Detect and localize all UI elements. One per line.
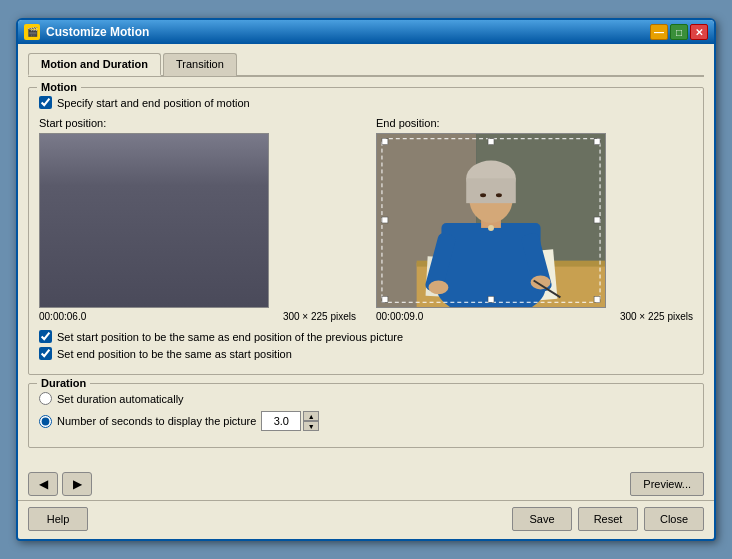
svg-rect-42 [466,178,516,203]
set-end-same-row: Set end position to be the same as start… [39,347,693,360]
svg-rect-55 [382,217,388,223]
end-position-image [376,133,606,308]
auto-duration-label: Set duration automatically [57,393,184,405]
reset-button[interactable]: Reset [578,507,638,531]
maximize-button[interactable]: □ [670,24,688,40]
tab-transition[interactable]: Transition [163,53,237,76]
spinner-up-button[interactable]: ▲ [303,411,319,421]
tab-motion-duration[interactable]: Motion and Duration [28,53,161,76]
set-start-same-checkbox[interactable] [39,330,52,343]
svg-point-46 [531,276,551,290]
title-controls: — □ ✕ [650,24,708,40]
start-image-meta: 00:00:06.0 300 × 225 pixels [39,311,356,322]
end-time: 00:00:09.0 [376,311,423,322]
tab-bar: Motion and Duration Transition [28,52,704,77]
svg-rect-59 [594,296,600,302]
start-position-image [39,133,269,308]
set-end-same-checkbox[interactable] [39,347,52,360]
window-icon: 🎬 [24,24,40,40]
auto-duration-radio[interactable] [39,392,52,405]
manual-duration-radio[interactable] [39,415,52,428]
extra-checkboxes: Set start position to be the same as end… [39,330,693,360]
motion-section: Motion Specify start and end position of… [28,87,704,375]
close-button[interactable]: Close [644,507,704,531]
end-position-block: End position: [376,117,693,322]
positions-row: Start position: [39,117,693,322]
svg-point-49 [480,193,486,197]
start-position-label: Start position: [39,117,356,129]
window-body: Motion and Duration Transition Motion Sp… [18,44,714,466]
set-end-same-label: Set end position to be the same as start… [57,348,292,360]
svg-point-50 [496,193,502,197]
spinner-down-button[interactable]: ▼ [303,421,319,431]
prev-button[interactable]: ◀ [28,472,58,496]
set-start-same-label: Set start position to be the same as end… [57,331,403,343]
save-button[interactable]: Save [512,507,572,531]
nav-buttons: ◀ ▶ [28,472,92,496]
start-position-block: Start position: [39,117,356,322]
title-bar: 🎬 Customize Motion — □ ✕ [18,20,714,44]
end-photo [377,134,605,307]
seconds-input[interactable] [261,411,301,431]
seconds-spinner: ▲ ▼ [261,411,319,431]
next-button[interactable]: ▶ [62,472,92,496]
duration-section: Duration Set duration automatically Numb… [28,383,704,448]
manual-duration-label: Number of seconds to display the picture [57,415,256,427]
window-close-button[interactable]: ✕ [690,24,708,40]
start-time: 00:00:06.0 [39,311,86,322]
preview-button-area: Preview... [630,472,704,496]
spinner-buttons: ▲ ▼ [303,411,319,431]
svg-point-48 [488,225,494,231]
specify-motion-checkbox[interactable] [39,96,52,109]
end-image-meta: 00:00:09.0 300 × 225 pixels [376,311,693,322]
bottom-right-buttons: Save Reset Close [512,507,704,531]
end-photo-svg [377,134,605,307]
svg-rect-54 [594,139,600,145]
preview-button[interactable]: Preview... [630,472,704,496]
specify-motion-row: Specify start and end position of motion [39,96,693,109]
duration-section-title: Duration [37,377,90,389]
svg-rect-53 [488,139,494,145]
svg-rect-57 [382,296,388,302]
minimize-button[interactable]: — [650,24,668,40]
bottom-bar: Help Save Reset Close [18,500,714,539]
footer-nav-row: ◀ ▶ Preview... [18,466,714,500]
window-title: Customize Motion [46,25,149,39]
svg-rect-58 [488,296,494,302]
start-photo [40,134,268,307]
start-pixels: 300 × 225 pixels [283,311,356,322]
motion-section-title: Motion [37,81,81,93]
manual-duration-row: Number of seconds to display the picture… [39,411,693,431]
svg-point-45 [429,280,449,294]
end-position-label: End position: [376,117,693,129]
svg-rect-56 [594,217,600,223]
help-button[interactable]: Help [28,507,88,531]
auto-duration-row: Set duration automatically [39,392,693,405]
main-window: 🎬 Customize Motion — □ ✕ Motion and Dura… [16,18,716,541]
set-start-same-row: Set start position to be the same as end… [39,330,693,343]
svg-rect-52 [382,139,388,145]
title-bar-left: 🎬 Customize Motion [24,24,149,40]
end-pixels: 300 × 225 pixels [620,311,693,322]
specify-motion-label: Specify start and end position of motion [57,97,250,109]
